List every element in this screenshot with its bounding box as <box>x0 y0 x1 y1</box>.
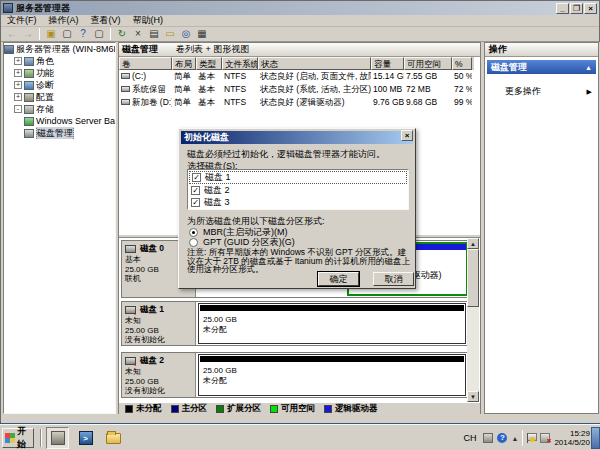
tree-item-storage[interactable]: - 存储 <box>4 103 115 115</box>
language-indicator[interactable]: CH <box>460 433 479 443</box>
close-button[interactable]: × <box>584 3 597 14</box>
tree-item-disk-management[interactable]: 磁盘管理 <box>4 127 115 139</box>
console-window2-icon[interactable]: ▢ <box>92 28 106 41</box>
diagnostics-icon <box>24 81 34 90</box>
disk-1-unallocated[interactable]: 25.00 GB 未分配 <box>198 303 466 344</box>
col-capacity[interactable]: 容量 <box>371 57 404 70</box>
disk-error-icon: ↓ <box>125 357 136 365</box>
taskbar-powershell-button[interactable]: > <box>74 427 97 449</box>
disk-1-row[interactable]: ↓磁盘 1 未知 25.00 GB 没有初始化 25.00 GB 未分配 <box>121 301 468 346</box>
tray-date: 2014/5/20 <box>554 438 590 447</box>
actions-disk-management-section[interactable]: 磁盘管理 ▲ <box>487 60 596 74</box>
show-console-tree-icon[interactable]: ▣ <box>44 28 58 41</box>
console-window-icon[interactable]: ▢ <box>60 28 74 41</box>
checkbox-checked-icon[interactable]: ✓ <box>191 186 200 195</box>
unallocated-text: 25.00 GB 未分配 <box>203 315 237 334</box>
col-percent-free[interactable]: % <box>452 57 472 70</box>
find-icon[interactable]: ◎ <box>179 28 193 41</box>
ok-button[interactable]: 确定 <box>318 272 359 286</box>
delete-icon[interactable]: × <box>131 28 145 41</box>
tree-root-server-manager[interactable]: 服务器管理器 (WIN-8M6LE9P0V5 <box>4 43 115 55</box>
col-status[interactable]: 状态 <box>258 57 371 70</box>
volume-row-system-reserved[interactable]: 系统保留 简单 基本 NTFS 状态良好 (系统, 活动, 主分区) 100 M… <box>119 83 474 96</box>
checkbox-checked-icon[interactable]: ✓ <box>191 198 200 207</box>
disk-2-unallocated[interactable]: 25.00 GB 未分配 <box>198 354 466 396</box>
taskbar-explorer-button[interactable] <box>102 427 125 449</box>
properties-icon[interactable]: ▤ <box>147 28 161 41</box>
disk-2-option[interactable]: ✓ 磁盘 2 <box>189 184 407 196</box>
menu-file[interactable]: 文件(F) <box>1 14 43 27</box>
back-icon[interactable]: ← <box>5 28 19 41</box>
app-icon <box>3 3 13 13</box>
printer-tray-icon[interactable] <box>483 433 493 443</box>
scroll-thumb[interactable] <box>467 249 479 307</box>
storage-icon <box>24 105 34 114</box>
disk-1-partitions: 25.00 GB 未分配 <box>197 302 467 345</box>
col-filesystem[interactable]: 文件系统 <box>222 57 258 70</box>
tray-clock[interactable]: 15:29 2014/5/20 <box>554 429 590 447</box>
disk-3-option[interactable]: ✓ 磁盘 3 <box>189 196 407 208</box>
graph-scrollbar[interactable]: ▲ ▼ <box>467 238 479 402</box>
console-tree: 服务器管理器 (WIN-8M6LE9P0V5 + 角色 + 功能 + <box>3 42 116 414</box>
open-icon[interactable]: ▭ <box>163 28 177 41</box>
disk-error-icon: ↓ <box>125 306 136 314</box>
disk-1-option[interactable]: ✓ 磁盘 1 <box>189 171 407 184</box>
disk-actions-icon[interactable]: ▦ <box>195 28 209 41</box>
tree-root-label: 服务器管理器 (WIN-8M6LE9P0V5 <box>16 43 115 55</box>
unallocated-stripe <box>200 305 464 311</box>
help-tray-icon[interactable]: ? <box>497 433 507 443</box>
configuration-icon <box>24 93 34 102</box>
col-free-space[interactable]: 可用空间 <box>404 57 452 70</box>
tree-item-roles[interactable]: + 角色 <box>4 55 115 67</box>
tree-item-diagnostics[interactable]: + 诊断 <box>4 79 115 91</box>
disk-select-listbox[interactable]: ✓ 磁盘 1 ✓ 磁盘 2 ✓ 磁盘 3 <box>187 169 409 210</box>
col-type[interactable]: 类型 <box>196 57 222 70</box>
help-icon[interactable]: ? <box>76 28 90 41</box>
cancel-button[interactable]: 取消 <box>373 272 414 286</box>
show-desktop-button[interactable] <box>591 427 600 449</box>
start-button[interactable]: 开始 <box>2 428 34 448</box>
action-center-flag-icon[interactable] <box>527 433 536 443</box>
desktop: 服务器管理器 _ ❐ × 文件(F) 操作(A) 查看(V) 帮助(H) ← →… <box>0 0 600 450</box>
expand-icon[interactable]: + <box>14 57 22 65</box>
volume-row-c[interactable]: (C:) 简单 基本 NTFS 状态良好 (启动, 页面文件, 故障转储, 主分… <box>119 70 474 83</box>
warning-dot <box>530 437 535 442</box>
show-hidden-icons-chevron[interactable]: ▲ <box>511 435 518 442</box>
col-layout[interactable]: 布局 <box>172 57 196 70</box>
expand-icon[interactable]: + <box>14 69 22 77</box>
dialog-title-bar: 初始化磁盘 <box>181 131 413 144</box>
minimize-button[interactable]: _ <box>556 3 569 14</box>
collapse-icon[interactable]: ▲ <box>585 64 592 71</box>
disk-management-icon <box>24 129 34 138</box>
tree-item-features[interactable]: + 功能 <box>4 67 115 79</box>
expand-icon[interactable]: + <box>14 93 22 101</box>
radio-unselected-icon[interactable] <box>189 238 198 247</box>
more-actions-item[interactable]: 更多操作 ▶ <box>487 85 596 98</box>
disk-1-info[interactable]: ↓磁盘 1 未知 25.00 GB 没有初始化 <box>122 302 196 345</box>
expand-icon[interactable]: + <box>14 81 22 89</box>
dialog-close-icon[interactable]: × <box>401 130 413 141</box>
disk-2-info[interactable]: ↓磁盘 2 未知 25.00 GB 没有初始化 <box>122 353 196 397</box>
disk-2-row[interactable]: ↓磁盘 2 未知 25.00 GB 没有初始化 25.00 GB 未分配 <box>121 352 468 398</box>
scroll-down-icon[interactable]: ▼ <box>467 391 479 402</box>
audio-muted-icon[interactable] <box>540 433 550 443</box>
toolbar-separator <box>110 28 111 40</box>
col-volume[interactable]: 卷 <box>119 57 172 70</box>
windows-server-backup-icon <box>24 117 34 126</box>
features-icon <box>24 69 34 78</box>
menu-view[interactable]: 查看(V) <box>85 14 127 27</box>
taskbar-server-manager-button[interactable] <box>46 427 69 449</box>
legend-primary-partition: 主分区 <box>171 403 208 415</box>
forward-icon[interactable]: → <box>21 28 35 41</box>
menu-action[interactable]: 操作(A) <box>43 14 85 27</box>
refresh-icon[interactable]: ↻ <box>115 28 129 41</box>
tree-item-windows-server-backup[interactable]: Windows Server Backup <box>4 115 115 127</box>
collapse-icon[interactable]: - <box>14 105 22 113</box>
checkbox-checked-icon[interactable]: ✓ <box>192 173 201 182</box>
tree-item-configuration[interactable]: + 配置 <box>4 91 115 103</box>
scroll-up-icon[interactable]: ▲ <box>467 238 479 249</box>
volume-row-d[interactable]: 新加卷 (D:) 简单 基本 NTFS 状态良好 (逻辑驱动器) 9.76 GB… <box>119 96 474 109</box>
volume-list: 卷 布局 类型 文件系统 状态 容量 可用空间 % (C:) 简单 基本 NTF… <box>119 57 474 109</box>
menu-help[interactable]: 帮助(H) <box>127 14 170 27</box>
restore-button[interactable]: ❐ <box>570 3 583 14</box>
